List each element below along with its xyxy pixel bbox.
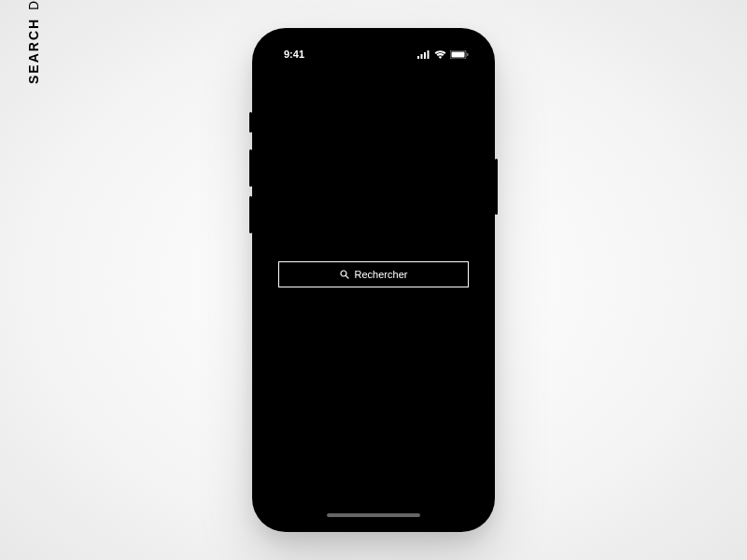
volume-down-button	[249, 196, 252, 233]
search-icon	[340, 270, 349, 279]
wifi-icon	[434, 50, 446, 59]
notch	[317, 28, 430, 49]
svg-rect-2	[424, 52, 426, 59]
status-time: 9:41	[284, 49, 304, 60]
search-input[interactable]: Rechercher	[278, 261, 469, 287]
page-label-title: SEARCH	[26, 18, 41, 84]
phone-frame: 9:41 Rec	[252, 28, 495, 532]
svg-line-8	[345, 275, 348, 278]
svg-rect-1	[421, 54, 423, 59]
home-indicator[interactable]	[327, 513, 420, 517]
phone-mockup: 9:41 Rec	[252, 28, 495, 532]
battery-icon	[450, 50, 469, 59]
screen: 9:41 Rec	[261, 37, 486, 523]
volume-up-button	[249, 149, 252, 187]
mute-switch	[249, 112, 252, 133]
search-container: Rechercher	[278, 261, 469, 287]
page-label-prefix: DAILY UI 22	[26, 0, 41, 10]
svg-rect-3	[428, 50, 430, 59]
status-indicators	[417, 50, 469, 59]
svg-rect-5	[452, 51, 465, 57]
power-button	[495, 159, 498, 215]
svg-rect-0	[417, 56, 419, 59]
cellular-signal-icon	[417, 50, 430, 59]
search-placeholder: Rechercher	[355, 269, 408, 280]
page-label: DAILY UI 22 SEARCH	[26, 0, 41, 84]
svg-rect-6	[467, 53, 469, 56]
